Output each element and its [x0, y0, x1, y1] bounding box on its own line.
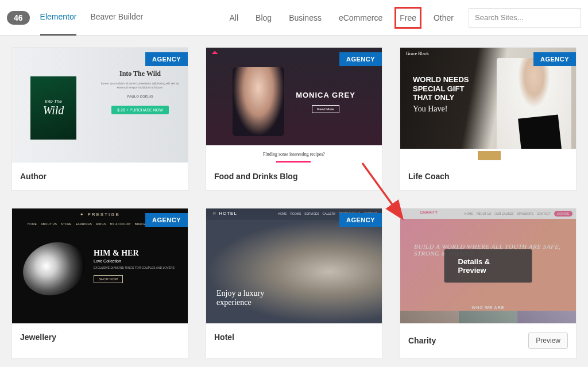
card-title: Food and Drinks Blog [214, 172, 297, 181]
signature-logo: Grace Black [406, 51, 429, 56]
agency-badge: AGENCY [145, 52, 188, 66]
hero-copy: HIM & HER Love Collection EXCLUSIVE DIAM… [94, 249, 180, 283]
tab-elementor[interactable]: Elementor [40, 0, 77, 36]
cat-ecommerce[interactable]: eCommerce [336, 10, 385, 26]
thumbnail: Grace Black WORLD NEEDSSPECIAL GIFTTHAT … [400, 48, 576, 163]
card-title: Author [20, 172, 47, 181]
builder-tabs: Elementor Beaver Builder [40, 0, 144, 36]
hero-image [233, 67, 284, 136]
hero-heading: MONICA GREY [296, 91, 355, 99]
category-tabs: All Blog Business eCommerce Free Other [227, 10, 456, 26]
sites-grid: MARK BROWN━ ━ ━ ━ Into The Wild Into The… [0, 36, 588, 358]
preview-button[interactable]: Preview [528, 333, 568, 349]
thumbnail: ⨳ HOTEL HOMEROOMSSERVICESGALLERYTESTIMON… [206, 208, 382, 323]
cat-business[interactable]: Business [287, 10, 324, 26]
site-card-charity[interactable]: CHARITY HOMEABOUT USOUR CAUSESSPONSORSCO… [400, 208, 577, 358]
site-card-life-coach[interactable]: Grace Black WORLD NEEDSSPECIAL GIFTTHAT … [400, 47, 577, 191]
site-card-hotel[interactable]: ⨳ HOTEL HOMEROOMSSERVICESGALLERYTESTIMON… [206, 208, 382, 358]
agency-badge: AGENCY [339, 213, 382, 227]
count-badge: 46 [7, 11, 30, 25]
agency-badge: AGENCY [145, 213, 188, 227]
thumbnail: CHARITY HOMEABOUT USOUR CAUSESSPONSORSCO… [400, 208, 576, 323]
card-title: Jewellery [20, 333, 56, 342]
cat-all[interactable]: All [227, 10, 241, 26]
agency-badge: AGENCY [533, 52, 576, 66]
hero-copy: Enjoy a luxuryexperience [216, 289, 264, 307]
details-preview-button[interactable]: Details & Preview [444, 249, 532, 283]
card-title: Life Coach [408, 172, 450, 181]
search-input[interactable] [469, 8, 581, 28]
cat-blog[interactable]: Blog [253, 10, 274, 26]
hero-button: Read More [312, 105, 339, 113]
agency-badge: AGENCY [339, 52, 382, 66]
cat-free[interactable]: Free [397, 10, 419, 26]
hero-copy: WORLD NEEDSSPECIAL GIFTTHAT ONLY You Hav… [413, 75, 505, 114]
site-card-jewellery[interactable]: ✦ PRESTIGE HOMEABOUT USSTOREEARRINGSRING… [11, 208, 188, 358]
site-card-food[interactable]: ◢◣ MONICA GREY Read More Finding some in… [206, 47, 382, 191]
hero-copy: Into The Wild Lorem ipsum dolor sit amet… [98, 69, 182, 114]
brand-logo: ✦ PRESTIGE [80, 212, 120, 217]
thumbnail: MARK BROWN━ ━ ━ ━ Into The Wild Into The… [12, 48, 188, 163]
thumbnail: ✦ PRESTIGE HOMEABOUT USSTOREEARRINGSRING… [12, 208, 188, 323]
room-image [206, 220, 382, 323]
search-box [469, 8, 581, 28]
book-cover: Into The Wild [30, 76, 76, 140]
site-card-author[interactable]: MARK BROWN━ ━ ━ ━ Into The Wild Into The… [11, 47, 188, 191]
tab-beaver-builder[interactable]: Beaver Builder [90, 0, 143, 36]
filter-bar: 46 Elementor Beaver Builder All Blog Bus… [0, 0, 588, 36]
notebook-prop [518, 115, 562, 153]
bottom-caption: Finding some interesting recipes? [206, 145, 382, 163]
cat-other[interactable]: Other [431, 10, 456, 26]
card-title: Charity [408, 336, 436, 345]
card-title: Hotel [214, 333, 234, 342]
thumbnail: ◢◣ MONICA GREY Read More Finding some in… [206, 48, 382, 163]
site-logo: ◢◣ [212, 50, 218, 55]
hotel-logo: ⨳ HOTEL [212, 211, 237, 216]
